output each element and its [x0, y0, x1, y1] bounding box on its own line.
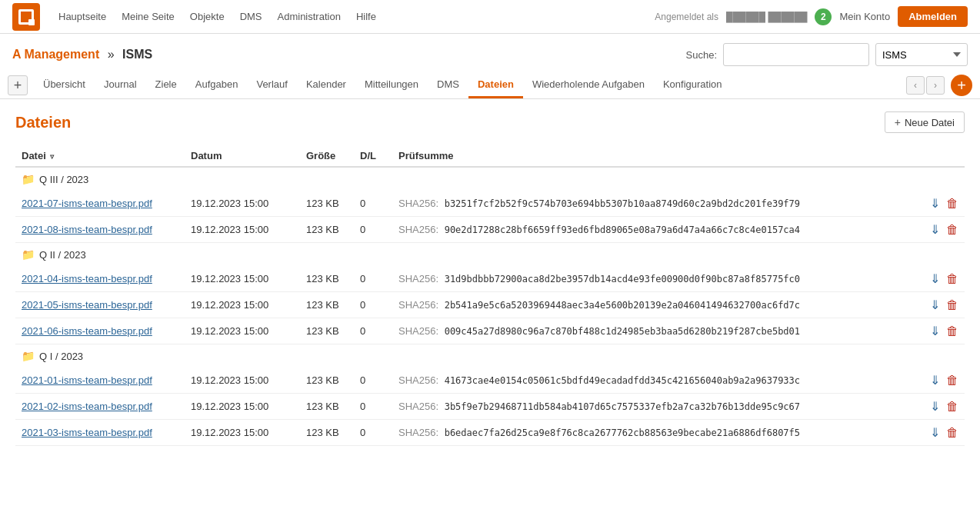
breadcrumb: A Management » ISMS [12, 48, 152, 62]
group-header-q2-2023: 📁 Q II / 2023 [15, 243, 965, 267]
checksum-label: SHA256: [398, 273, 438, 284]
file-link[interactable]: 2021-05-isms-team-bespr.pdf [22, 299, 152, 311]
download-icon[interactable]: ⇓ [930, 298, 940, 312]
file-dl-cell: 0 [354, 217, 392, 243]
delete-icon[interactable]: 🗑 [946, 324, 958, 338]
group-header-q3-2023: 📁 Q III / 2023 [15, 167, 965, 191]
action-icons: ⇓ 🗑 [925, 271, 958, 286]
notification-badge[interactable]: 2 [815, 8, 832, 25]
delete-icon[interactable]: 🗑 [946, 400, 958, 414]
nav-administration[interactable]: Administration [270, 0, 348, 34]
tab-dms[interactable]: DMS [428, 72, 468, 98]
neue-datei-label: Neue Datei [905, 117, 955, 128]
folder-icon: 📁 [22, 248, 35, 261]
nav-objekte[interactable]: Objekte [182, 0, 232, 34]
action-icons: ⇓ 🗑 [925, 298, 958, 312]
file-link[interactable]: 2021-07-isms-team-bespr.pdf [22, 198, 152, 209]
checksum-value: 3b5f9e7b29468711db584ab4107d65c7575337ef… [445, 401, 800, 412]
action-icons: ⇓ 🗑 [925, 373, 958, 388]
checksum-value: 31d9bdbbb72900aca8d2be3957db14acd4e93fe0… [445, 274, 800, 284]
file-link[interactable]: 2021-03-isms-team-bespr.pdf [22, 427, 152, 438]
delete-icon[interactable]: 🗑 [946, 298, 958, 312]
download-icon[interactable]: ⇓ [930, 196, 940, 211]
app-logo[interactable] [12, 3, 40, 31]
logged-in-label: Angemeldet als [655, 12, 718, 22]
col-header-groesse: Größe [300, 145, 354, 167]
file-size-cell: 123 KB [300, 420, 354, 446]
file-dl-cell: 0 [354, 368, 392, 394]
tab-verlauf[interactable]: Verlauf [247, 72, 296, 98]
top-nav-right: Angemeldet als ██████ ██████ 2 Mein Kont… [655, 6, 968, 27]
nav-meine-seite[interactable]: Meine Seite [114, 0, 182, 34]
delete-icon[interactable]: 🗑 [946, 223, 958, 237]
tab-dateien[interactable]: Dateien [468, 72, 523, 98]
plus-icon: + [895, 116, 901, 128]
checksum-label: SHA256: [398, 401, 438, 412]
tab-ubersicht[interactable]: Übersicht [34, 72, 95, 98]
search-input[interactable] [723, 43, 869, 66]
file-dl-cell: 0 [354, 292, 392, 318]
tab-aufgaben[interactable]: Aufgaben [186, 72, 248, 98]
search-scope-select[interactable]: ISMS [875, 43, 968, 66]
checksum-value: 2b541a9e5c6a5203969448aec3a4e5600b20139e… [445, 300, 800, 311]
download-icon[interactable]: ⇓ [930, 222, 940, 237]
file-date-cell: 19.12.2023 15:00 [185, 217, 300, 243]
delete-icon[interactable]: 🗑 [946, 374, 958, 388]
file-size-cell: 123 KB [300, 292, 354, 318]
neue-datei-button[interactable]: + Neue Datei [885, 111, 965, 133]
checksum-label: SHA256: [398, 374, 438, 386]
file-dl-cell: 0 [354, 420, 392, 446]
main-content: Dateien + Neue Datei Datei ▿ Datum Größe… [0, 99, 980, 458]
action-icons: ⇓ 🗑 [925, 196, 958, 211]
tab-ziele[interactable]: Ziele [146, 72, 186, 98]
file-size-cell: 123 KB [300, 217, 354, 243]
file-size-cell: 123 KB [300, 191, 354, 217]
tab-kalender[interactable]: Kalender [297, 72, 355, 98]
tab-nav-arrows: ‹ › [906, 76, 945, 95]
tab-add-right-button[interactable]: + [951, 75, 972, 96]
logged-in-user: ██████ ██████ [726, 12, 807, 22]
nav-dms[interactable]: DMS [232, 0, 270, 34]
download-icon[interactable]: ⇓ [930, 373, 940, 388]
file-size-cell: 123 KB [300, 368, 354, 394]
delete-icon[interactable]: 🗑 [946, 197, 958, 211]
download-icon[interactable]: ⇓ [930, 399, 940, 414]
nav-links: Hauptseite Meine Seite Objekte DMS Admin… [51, 0, 655, 34]
delete-icon[interactable]: 🗑 [946, 272, 958, 286]
file-date-cell: 19.12.2023 15:00 [185, 368, 300, 394]
download-icon[interactable]: ⇓ [930, 271, 940, 286]
tab-journal[interactable]: Journal [95, 72, 146, 98]
file-size-cell: 123 KB [300, 318, 354, 344]
file-link[interactable]: 2021-08-isms-team-bespr.pdf [22, 224, 152, 235]
tab-prev-arrow[interactable]: ‹ [906, 76, 925, 95]
file-dl-cell: 0 [354, 318, 392, 344]
file-name-cell: 2021-06-isms-team-bespr.pdf [15, 318, 185, 344]
tab-mitteilungen[interactable]: Mitteilungen [355, 72, 428, 98]
tab-add-button[interactable]: + [8, 75, 28, 95]
file-name-cell: 2021-07-isms-team-bespr.pdf [15, 191, 185, 217]
breadcrumb-project[interactable]: A Management [12, 48, 99, 61]
checksum-value: b6edaec7fa26d25ca9e8f76c8ca2677762cb8856… [445, 427, 800, 438]
nav-hilfe[interactable]: Hilfe [348, 0, 384, 34]
group-label-q2: Q II / 2023 [39, 249, 86, 261]
file-link[interactable]: 2021-06-isms-team-bespr.pdf [22, 325, 152, 337]
file-checksum-cell: SHA256: 009c45a27d8980c96a7c870bf488c1d2… [392, 318, 918, 344]
download-icon[interactable]: ⇓ [930, 324, 940, 338]
action-icons: ⇓ 🗑 [925, 399, 958, 414]
checksum-label: SHA256: [398, 427, 438, 438]
download-icon[interactable]: ⇓ [930, 425, 940, 440]
file-checksum-cell: SHA256: 31d9bdbbb72900aca8d2be3957db14ac… [392, 266, 918, 292]
file-checksum-cell: SHA256: 2b541a9e5c6a5203969448aec3a4e560… [392, 292, 918, 318]
nav-hauptseite[interactable]: Hauptseite [51, 0, 114, 34]
table-row: 2021-08-isms-team-bespr.pdf 19.12.2023 1… [15, 217, 965, 243]
file-link[interactable]: 2021-02-isms-team-bespr.pdf [22, 401, 152, 412]
tab-next-arrow[interactable]: › [926, 76, 945, 95]
tab-wiederholende-aufgaben[interactable]: Wiederholende Aufgaben [523, 72, 654, 98]
file-link[interactable]: 2021-04-isms-team-bespr.pdf [22, 273, 152, 284]
tab-konfiguration[interactable]: Konfiguration [654, 72, 732, 98]
delete-icon[interactable]: 🗑 [946, 426, 958, 440]
col-header-datei[interactable]: Datei ▿ [15, 145, 185, 167]
abmelden-button[interactable]: Abmelden [898, 6, 968, 27]
mein-konto-link[interactable]: Mein Konto [839, 11, 890, 22]
file-link[interactable]: 2021-01-isms-team-bespr.pdf [22, 374, 152, 386]
